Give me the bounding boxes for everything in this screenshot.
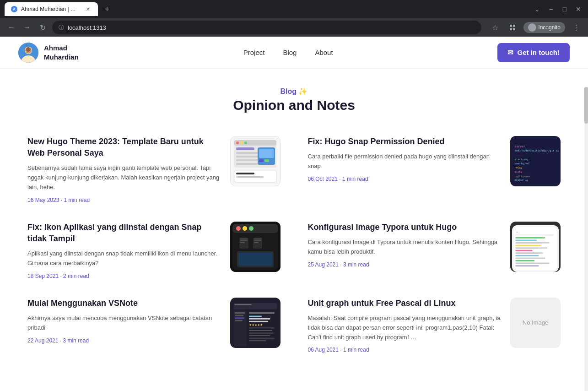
back-button[interactable]: ← <box>5 22 17 33</box>
blog-post-4[interactable]: Konfigurasi Image Typora untuk Hugo Cara… <box>308 222 561 279</box>
svg-text:9e43-9c9e99bc1f0d/d1an/g1t-c1o: 9e43-9c9e99bc1f0d/d1an/g1t-c1one <box>515 149 559 152</box>
svg-rect-62 <box>515 250 532 251</box>
svg-rect-14 <box>244 141 247 144</box>
address-text: localhost:1313 <box>68 24 475 31</box>
forward-button[interactable]: → <box>21 22 33 33</box>
blog-post-5-desc: Akhirnya saya mulai mencoba menggunakan … <box>27 314 221 333</box>
blog-post-6-content: Unit graph untuk Free Pascal di Linux Ma… <box>308 298 502 353</box>
blog-post-1-title: New Hugo Theme 2023: Template Baru untuk… <box>27 136 221 159</box>
svg-rect-86 <box>249 335 270 336</box>
logo-area[interactable]: Ahmad Muhardian <box>18 43 79 63</box>
blog-post-2-content: Fix: Hugo Snap Permission Denied Cara pe… <box>308 136 502 182</box>
svg-rect-87 <box>249 337 275 338</box>
incognito-label: Incognito <box>538 24 561 31</box>
svg-text:relay: relay <box>515 166 523 169</box>
close-button[interactable]: ✕ <box>573 4 583 14</box>
svg-rect-25 <box>236 173 254 174</box>
svg-rect-71 <box>234 304 251 305</box>
menu-icon[interactable]: ⋮ <box>570 21 583 34</box>
blog-post-3[interactable]: Fix: Ikon Aplikasi yang diinstal dengan … <box>27 222 281 279</box>
incognito-icon <box>528 23 536 32</box>
nav-blog[interactable]: Blog <box>283 49 297 56</box>
blog-post-5[interactable]: Mulai Menggunakan VSNote Akhirnya saya m… <box>27 298 281 353</box>
svg-rect-84 <box>249 330 272 331</box>
nav-project[interactable]: Project <box>243 49 265 56</box>
bookmark-icon[interactable]: ☆ <box>489 21 502 34</box>
logo-name: Ahmad Muhardian <box>44 43 79 61</box>
tab-bar: A Ahmad Muhardian | Web De… × + <box>5 2 113 16</box>
blog-post-3-thumbnail <box>230 222 281 272</box>
svg-rect-56 <box>515 234 553 235</box>
svg-rect-65 <box>515 257 545 259</box>
svg-rect-57 <box>515 237 545 239</box>
svg-text:.....: ..... <box>515 153 523 156</box>
maximize-button[interactable]: □ <box>560 4 570 14</box>
blog-post-1-thumbnail <box>230 136 281 186</box>
avatar <box>18 43 38 63</box>
svg-rect-66 <box>515 260 534 261</box>
svg-rect-48 <box>254 239 261 239</box>
svg-rect-59 <box>515 242 549 244</box>
window-controls: ⌄ − □ ✕ <box>532 4 583 14</box>
nav-about[interactable]: About <box>315 49 333 56</box>
blog-post-2-thumbnail: server 9e43-9c9e99bc1f0d/d1an/g1t-c1one … <box>510 136 561 186</box>
new-tab-button[interactable]: + <box>101 3 113 16</box>
blog-post-6-title: Unit graph untuk Free Pascal di Linux <box>308 298 502 309</box>
svg-rect-76 <box>235 317 244 319</box>
svg-rect-50 <box>254 242 259 243</box>
blog-post-4-title: Konfigurasi Image Typora untuk Hugo <box>308 222 502 233</box>
blog-post-6[interactable]: Unit graph untuk Free Pascal di Linux Ma… <box>308 298 561 353</box>
svg-rect-26 <box>236 176 264 178</box>
svg-rect-21 <box>259 149 274 158</box>
svg-rect-0 <box>510 25 512 27</box>
blog-post-1[interactable]: New Hugo Theme 2023: Template Baru untuk… <box>27 136 281 203</box>
blog-post-5-content: Mulai Menggunakan VSNote Akhirnya saya m… <box>27 298 221 344</box>
svg-rect-85 <box>249 332 274 333</box>
get-in-touch-button[interactable]: ✉ Get in touch! <box>497 43 570 62</box>
svg-text:config.yml: config.yml <box>515 162 530 165</box>
blog-post-2-meta: 06 Oct 2021 · 1 min read <box>308 176 502 182</box>
svg-rect-74 <box>235 312 245 314</box>
chevron-down-icon[interactable]: ⌄ <box>532 4 542 14</box>
svg-rect-60 <box>515 244 541 246</box>
cta-label: Get in touch! <box>517 49 560 56</box>
svg-rect-77 <box>235 320 243 321</box>
svg-text:server: server <box>515 145 526 148</box>
mail-icon: ✉ <box>507 49 513 57</box>
svg-rect-13 <box>240 141 243 144</box>
toolbar-right: ☆ Incognito ⋮ <box>489 21 583 34</box>
svg-text:★★★★★: ★★★★★ <box>249 323 263 327</box>
lock-icon: ⓘ <box>59 24 64 32</box>
blog-post-3-title: Fix: Ikon Aplikasi yang diinstal dengan … <box>27 222 221 244</box>
svg-rect-70 <box>233 303 277 309</box>
svg-point-42 <box>249 226 254 231</box>
incognito-badge[interactable]: Incognito <box>523 22 565 33</box>
svg-rect-44 <box>240 239 248 239</box>
svg-point-41 <box>243 226 247 231</box>
svg-text:dicky: dicky <box>515 170 523 174</box>
webpage: Ahmad Muhardian Project Blog About ✉ Get… <box>0 37 588 391</box>
svg-rect-67 <box>515 262 549 264</box>
blog-post-6-desc: Masalah: Saat compile program pascal yan… <box>308 314 502 342</box>
svg-rect-80 <box>249 318 270 320</box>
minimize-button[interactable]: − <box>546 4 556 14</box>
blog-post-1-meta: 16 May 2023 · 1 min read <box>27 197 221 203</box>
blog-tag: Blog ✨ <box>27 87 561 96</box>
svg-text:README.md: README.md <box>515 179 529 182</box>
blog-post-1-desc: Sebenarnya sudah lama saya ingin ganti t… <box>27 163 221 192</box>
extensions-icon[interactable] <box>506 21 519 34</box>
blog-post-2[interactable]: Fix: Hugo Snap Permission Denied Cara pe… <box>308 136 561 203</box>
svg-rect-3 <box>513 28 515 30</box>
blog-post-2-title: Fix: Hugo Snap Permission Denied <box>308 136 502 147</box>
site-nav: Project Blog About <box>243 49 333 56</box>
blog-post-3-meta: 18 Sep 2021 · 2 min read <box>27 273 221 279</box>
blog-title: Opinion and Notes <box>27 98 561 113</box>
svg-rect-2 <box>510 28 512 30</box>
svg-rect-52 <box>238 253 272 266</box>
refresh-button[interactable]: ↻ <box>37 22 49 33</box>
address-input[interactable]: ⓘ localhost:1313 <box>52 21 481 34</box>
svg-rect-45 <box>240 240 248 241</box>
blog-post-3-desc: Aplikasi yang diinstal dengan snap tidak… <box>27 249 221 268</box>
active-tab[interactable]: A Ahmad Muhardian | Web De… × <box>5 2 98 16</box>
tab-close-button[interactable]: × <box>84 5 92 13</box>
